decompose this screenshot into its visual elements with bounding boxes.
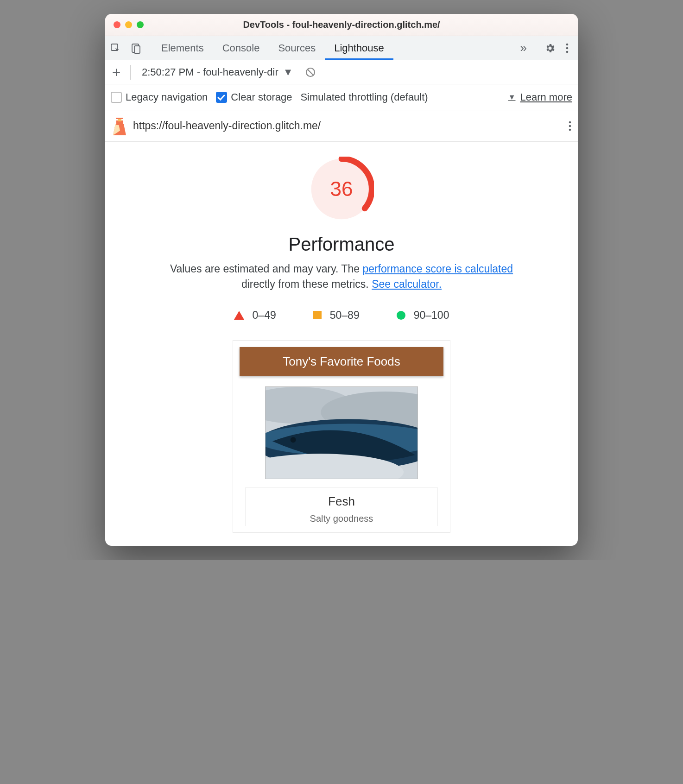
card-subtitle: Salty goodness [253, 513, 430, 524]
score-gauge: 36 [309, 157, 374, 221]
performance-section: 36 Performance Values are estimated and … [105, 142, 578, 533]
clear-storage-option[interactable]: Clear storage [216, 91, 292, 103]
legend-warn: 50–89 [313, 309, 360, 322]
window: DevTools - foul-heavenly-direction.glitc… [105, 14, 578, 546]
score-calc-link[interactable]: performance score is calculated [362, 263, 513, 275]
page-preview: Tony's Favorite Foods Fesh Salty goodnes… [233, 340, 450, 533]
report-selector-label: 2:50:27 PM - foul-heavenly-dir [142, 66, 278, 78]
tab-elements[interactable]: Elements [152, 36, 213, 60]
tab-lighthouse[interactable]: Lighthouse [325, 36, 393, 60]
legend-pass: 90–100 [397, 309, 449, 322]
clear-icon[interactable] [305, 67, 316, 78]
desc-text: directly from these metrics. [241, 278, 372, 290]
svg-point-23 [291, 437, 296, 443]
desc-text: Values are estimated and may vary. The [170, 263, 362, 275]
throttling-label: Simulated throttling (default) [300, 91, 428, 103]
svg-point-14 [569, 125, 571, 127]
square-icon [313, 311, 322, 319]
learn-more-link[interactable]: ▼ Learn more [508, 91, 572, 103]
chevron-down-icon: ▼ [508, 93, 516, 101]
inspect-element-icon[interactable] [105, 36, 126, 60]
svg-point-5 [566, 51, 569, 53]
legend-fail-label: 0–49 [253, 309, 276, 322]
preview-image [265, 386, 418, 479]
legacy-navigation-option[interactable]: Legacy navigation [111, 91, 208, 103]
panel-tabs: Elements Console Sources Lighthouse [152, 36, 512, 60]
legend-fail: 0–49 [234, 309, 276, 322]
learn-more-label: Learn more [520, 91, 572, 103]
traffic-lights [105, 21, 144, 28]
category-title: Performance [105, 234, 578, 255]
score-value: 36 [309, 157, 374, 221]
legend-warn-label: 50–89 [330, 309, 360, 322]
clear-storage-label: Clear storage [231, 91, 292, 103]
score-legend: 0–49 50–89 90–100 [105, 309, 578, 322]
svg-point-3 [566, 43, 569, 45]
lighthouse-options: Legacy navigation Clear storage Simulate… [105, 84, 578, 110]
titlebar: DevTools - foul-heavenly-direction.glitc… [105, 14, 578, 36]
report-selector[interactable]: 2:50:27 PM - foul-heavenly-dir ▼ [136, 64, 294, 81]
preview-title: Tony's Favorite Foods [240, 347, 443, 376]
report-menu-icon[interactable] [569, 120, 571, 132]
svg-rect-2 [134, 46, 140, 53]
preview-caption: Fesh Salty goodness [245, 487, 438, 526]
lighthouse-icon [112, 117, 127, 135]
close-window-button[interactable] [114, 21, 120, 28]
legacy-navigation-label: Legacy navigation [126, 91, 208, 103]
gear-icon[interactable] [544, 43, 556, 54]
svg-point-4 [566, 47, 569, 49]
more-tabs-icon[interactable]: » [512, 36, 535, 60]
svg-rect-12 [116, 118, 123, 119]
minimize-window-button[interactable] [125, 21, 132, 28]
card-name: Fesh [253, 494, 430, 509]
see-calculator-link[interactable]: See calculator. [372, 278, 442, 290]
report-header: https://foul-heavenly-direction.glitch.m… [105, 110, 578, 142]
svg-point-15 [569, 128, 571, 131]
checkbox-icon[interactable] [216, 92, 227, 103]
new-report-button[interactable]: ＋ [105, 63, 127, 82]
chevron-down-icon: ▼ [283, 66, 293, 78]
window-title: DevTools - foul-heavenly-direction.glitc… [105, 19, 578, 30]
zoom-window-button[interactable] [137, 21, 144, 28]
separator [130, 65, 131, 80]
kebab-menu-icon[interactable] [566, 43, 569, 54]
tab-sources[interactable]: Sources [269, 36, 325, 60]
svg-point-13 [569, 121, 571, 123]
device-toolbar-icon[interactable] [126, 36, 146, 60]
legend-pass-label: 90–100 [414, 309, 449, 322]
circle-icon [397, 311, 405, 320]
category-description: Values are estimated and may vary. The p… [161, 261, 522, 292]
devtools-tabstrip: Elements Console Sources Lighthouse » [105, 36, 578, 60]
report-url: https://foul-heavenly-direction.glitch.m… [133, 120, 321, 132]
svg-line-7 [308, 70, 313, 75]
lighthouse-toolbar: ＋ 2:50:27 PM - foul-heavenly-dir ▼ [105, 60, 578, 84]
checkbox-icon[interactable] [111, 92, 122, 103]
tab-console[interactable]: Console [213, 36, 269, 60]
separator [149, 41, 149, 56]
triangle-icon [234, 311, 244, 320]
